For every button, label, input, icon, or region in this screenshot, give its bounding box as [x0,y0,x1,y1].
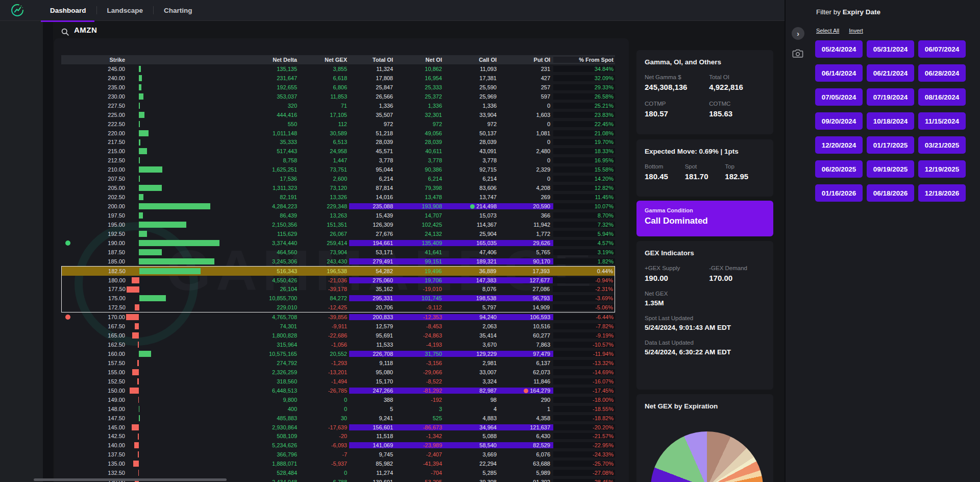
cell-pct-from-spot: -25.70% [553,461,615,467]
table-row[interactable]: 155.002,326,259-13,20195,080-29,06633,00… [61,368,615,377]
expiry-date-button[interactable]: 05/24/2024 [815,40,863,58]
table-row[interactable]: 132.50528,484011,274-7045,2855,989-27.08… [61,468,615,477]
table-row[interactable]: 212.508,7581,4473,7783,7783,778016.95% [61,156,615,165]
table-row[interactable]: 180.004,550,426-21,036275,06019,706147,3… [61,276,615,285]
table-row[interactable]: 137.50366,796-79,745-2,4073,6696,076-24.… [61,450,615,459]
table-row[interactable]: 157.50274,792-1,2939,118-3,1562,9816,137… [61,358,615,368]
expiry-date-button[interactable]: 07/05/2024 [815,88,863,106]
net-oi-bar [139,415,140,421]
table-row[interactable]: 150.006,448,513-26,785247,266-81,29282,9… [61,386,615,395]
table-row[interactable]: 187.50464,56073,90453,17141,64147,4065,7… [61,248,615,257]
expiry-date-button[interactable]: 03/21/2025 [918,136,966,154]
expiry-date-button[interactable]: 06/20/2025 [815,160,863,178]
table-row[interactable]: 202.5082,19113,32614,01613,47813,7472691… [61,192,615,202]
tab-charting[interactable]: Charting [154,7,203,14]
expiry-date-button[interactable]: 06/18/2026 [867,184,914,202]
cell-net-delta: 26,104 [250,286,299,292]
cell-pct-from-spot: 26.58% [553,93,615,100]
table-row[interactable]: 170.004,765,708-39,856200,833-12,35394,2… [61,312,615,322]
cell-delta-bar [126,450,250,459]
net-oi-bar [138,470,139,476]
cell-pct-from-spot: 1.82% [553,258,615,264]
table-row[interactable]: 210.001,625,25173,75195,04490,38692,7152… [61,165,615,174]
cell-pct-from-spot: 12.82% [553,185,615,191]
table-row[interactable]: 160.0010,575,16520,552226,70831,750129,2… [61,349,615,358]
table-row[interactable]: 207.5017,5362,6006,2146,2146,214014.20% [61,174,615,183]
cell-net-gex: 6,618 [299,75,349,81]
expiry-date-button[interactable]: 01/17/2025 [867,136,914,154]
cell-total-oi: 388 [349,397,395,403]
table-row[interactable]: 217.5035,3336,51328,03928,03928,039019.7… [61,138,615,147]
table-row[interactable]: 220.001,011,14830,58951,21849,05650,1371… [61,129,615,138]
table-row[interactable]: 185.003,245,306243,430279,49199,151189,3… [61,257,615,266]
expiry-date-button[interactable]: 06/21/2024 [867,64,914,82]
expiry-date-button[interactable]: 09/20/2024 [815,112,863,130]
cell-net-oi: -86,673 [395,424,444,430]
cell-net-oi: -704 [395,470,444,476]
net-oi-bar [139,157,140,163]
table-row[interactable]: 222.50550112972972972022.45% [61,119,615,129]
ticker-search-input[interactable] [73,25,122,35]
table-row[interactable]: 205.001,311,32373,12087,81479,39883,6064… [61,183,615,192]
expiry-date-button[interactable]: 09/19/2025 [867,160,914,178]
cell-call-oi: 17,381 [444,75,499,81]
table-row[interactable]: 147.50485,883309,2415254,8834,358-18.82% [61,414,615,423]
horizontal-scrollbar-thumb[interactable] [34,478,227,481]
table-row[interactable]: 230.00353,03711,85326,56625,37225,969597… [61,92,615,101]
cell-net-delta: 400 [250,406,299,412]
table-row[interactable]: 225.00444,41617,10535,50732,30133,9041,6… [61,110,615,119]
table-row[interactable]: 197.5086,43913,26315,43914,70715,0733668… [61,211,615,220]
expiry-date-button[interactable]: 06/14/2024 [815,64,863,82]
cell-pct-from-spot: -22.95% [553,442,615,448]
table-row[interactable]: 175.0010,855,70084,272295,331101,745198,… [61,294,615,303]
table-row[interactable]: 182.50516,343196,53854,28219,49636,88917… [61,266,615,276]
expiry-date-button[interactable]: 12/18/2026 [918,184,966,202]
screenshot-button[interactable] [792,49,803,60]
expiry-date-button[interactable]: 11/15/2024 [918,112,966,130]
expiry-date-button[interactable]: 07/19/2024 [867,88,914,106]
invert-link[interactable]: Invert [849,28,863,34]
table-row[interactable]: 245.00135,1353,85511,32410,86211,0932313… [61,64,615,74]
expiry-date-button[interactable]: 12/19/2025 [918,160,966,178]
table-row[interactable]: 165.001,800,828-22,68695,691-24,86335,41… [61,331,615,340]
collapse-panel-button[interactable]: › [792,27,804,40]
cell-call-oi: 165,035 [444,240,499,246]
table-row[interactable]: 167.5074,301-9,91112,579-8,4532,06310,51… [61,322,615,331]
table-row[interactable]: 172.50229,010-12,42520,706-9,1125,79714,… [61,303,615,312]
expiry-date-button[interactable]: 05/31/2024 [867,40,914,58]
net-gex-label: Net GEX [645,291,765,297]
table-row[interactable]: 149.009,8000388-19298290-18.00% [61,395,615,404]
table-row[interactable]: 215.00517,44324,95845,57140,61143,0912,4… [61,147,615,156]
table-row[interactable]: 148.0040005341-18.55% [61,404,615,414]
table-row[interactable]: 140.005,234,626-6,093141,069-23,98958,54… [61,441,615,450]
cell-net-delta: 82,191 [250,194,299,200]
cell-net-oi: 90,386 [395,166,444,173]
table-row[interactable]: 142.50508,109-2011,518-1,3425,0886,430-2… [61,432,615,441]
cell-put-oi: 0 [499,176,553,182]
expiry-date-button[interactable]: 08/16/2024 [918,88,966,106]
table-row[interactable]: 235.00192,6556,80625,84725,33325,5902572… [61,83,615,92]
expiry-date-button[interactable]: 06/28/2024 [918,64,966,82]
expiry-date-button[interactable]: 12/20/2024 [815,136,863,154]
expiry-date-button[interactable]: 01/16/2026 [815,184,863,202]
table-row[interactable]: 240.00231,6476,61817,80816,95417,3814273… [61,74,615,83]
table-row[interactable]: 135.001,888,071-5,93785,982-41,39422,294… [61,459,615,468]
table-row[interactable]: 152.50318,560-1,49415,170-8,5223,32411,8… [61,377,615,386]
cell-net-gex: 229,348 [299,203,349,209]
expiry-date-button[interactable]: 06/07/2024 [918,40,966,58]
table-row[interactable]: 145.002,930,864-17,639156,601-86,67334,9… [61,423,615,432]
table-row[interactable]: 227.50320711,3361,3361,336025.21% [61,101,615,110]
tab-dashboard[interactable]: Dashboard [40,7,96,14]
table-row[interactable]: 200.004,284,223229,348235,088193,908214,… [61,202,615,211]
table-row[interactable]: 162.50315,964-1,05611,533-4,1933,6707,86… [61,340,615,349]
cell-net-oi: 972 [395,121,444,127]
app-logo-icon[interactable] [10,3,24,17]
table-row[interactable]: 192.50115,62926,06727,67624,13225,9041,7… [61,229,615,238]
table-row[interactable]: 195.002,150,356151,351126,309102,425114,… [61,220,615,229]
expiry-date-button[interactable]: 10/18/2024 [867,112,914,130]
tab-landscape[interactable]: Landscape [97,7,154,14]
table-row[interactable]: 177.5026,104-39,17835,162-19,0108,07627,… [61,285,615,294]
select-all-link[interactable]: Select All [816,28,839,34]
table-row[interactable]: 190.003,374,440259,414194,661135,409165,… [61,238,615,248]
cell-net-delta: 550 [250,121,299,127]
